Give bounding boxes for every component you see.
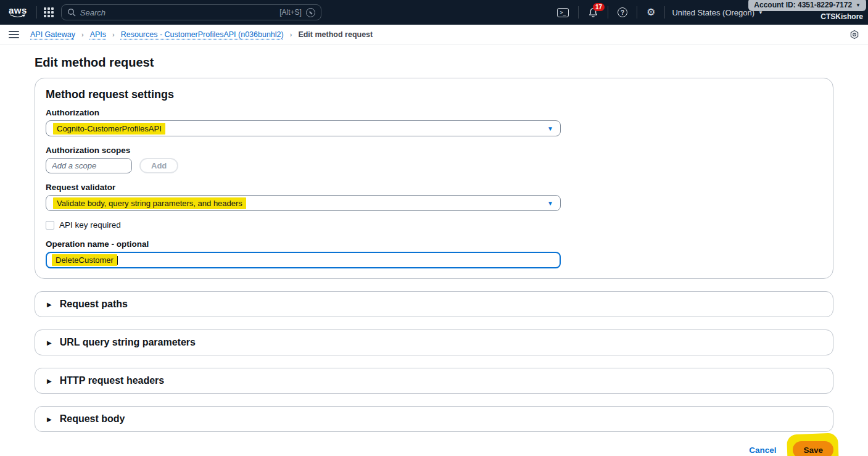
gear-icon: ⚙ [647,7,655,17]
region-label: United States (Oregon) [672,8,754,17]
search-placeholder: Search [80,8,275,17]
terminal-icon: >_ [557,8,569,17]
request-validator-field: Request validator Validate body, query s… [46,183,822,211]
authorization-scopes-field: Authorization scopes Add [46,146,822,173]
section-title: Request body [60,413,125,425]
section-request-paths[interactable]: ▶ Request paths [35,291,833,317]
menu-icon[interactable] [9,31,19,38]
breadcrumb-bar: API Gateway › APIs › Resources - Custome… [0,25,868,44]
account-username: CTSKishore [820,12,863,21]
divider [36,6,37,19]
aws-logo[interactable]: aws [9,6,27,19]
save-button[interactable]: Save [793,441,833,456]
breadcrumb: API Gateway › APIs › Resources - Custome… [30,30,373,39]
divider [637,6,637,19]
cloudshell-button[interactable]: >_ [555,8,571,17]
account-id-chip[interactable]: Account ID: 4351-8229-7172 ▼ [748,0,866,11]
account-id-label: Account ID: 4351-8229-7172 [754,1,852,9]
request-validator-label: Request validator [46,183,822,192]
divider [664,6,665,19]
settings-button[interactable]: ⚙ [644,7,658,17]
api-key-required-row: API key required [46,220,822,230]
section-title: Request paths [60,299,128,310]
breadcrumb-link-api-gateway[interactable]: API Gateway [30,30,75,39]
top-navigation-bar: aws Search [Alt+S] >_ 17 ? [0,0,868,25]
topbar-right-cluster: >_ 17 ? ⚙ United States (Oregon) ▼ [555,6,763,19]
chevron-right-icon: › [112,31,115,38]
info-panel-button[interactable] [849,30,859,39]
services-grid-icon[interactable] [44,7,54,17]
chevron-right-icon: › [81,31,84,38]
section-title: HTTP request headers [60,375,165,386]
notifications-button[interactable]: 17 [585,7,601,18]
search-input[interactable]: Search [Alt+S] [61,4,321,20]
method-request-settings-card: Method request settings Authorization Co… [35,78,833,279]
card-title: Method request settings [46,88,822,101]
request-validator-selected-value: Validate body, query string parameters, … [53,197,246,209]
search-assistant-icon [306,8,315,17]
breadcrumb-current: Edit method request [298,30,373,39]
chevron-down-icon: ▼ [856,2,861,8]
search-shortcut: [Alt+S] [279,8,302,17]
divider [608,6,608,19]
help-icon: ? [618,7,627,17]
aws-smile [10,14,26,19]
hexagon-icon [849,30,859,39]
page-title: Edit method request [35,56,833,70]
caret-right-icon: ▶ [47,378,52,384]
caret-right-icon: ▶ [47,416,52,423]
authorization-label: Authorization [46,108,822,117]
section-title: URL query string parameters [60,337,196,348]
notification-badge: 17 [593,3,605,11]
authorization-scopes-label: Authorization scopes [46,146,822,155]
divider [578,6,579,19]
section-http-request-headers[interactable]: ▶ HTTP request headers [35,368,833,394]
operation-name-field: Operation name - optional DeleteCustomer [46,239,822,268]
caret-right-icon: ▶ [47,301,52,308]
authorization-field: Authorization Cognito-CustomerProfilesAP… [46,108,822,136]
section-url-query-string-parameters[interactable]: ▶ URL query string parameters [35,330,833,355]
operation-name-value: DeleteCustomer [52,254,117,266]
chevron-down-icon: ▼ [547,125,553,132]
scope-input[interactable] [46,158,132,173]
authorization-selected-value: Cognito-CustomerProfilesAPI [53,123,165,135]
search-icon [67,8,76,17]
section-request-body[interactable]: ▶ Request body [35,406,833,432]
authorization-select[interactable]: Cognito-CustomerProfilesAPI ▼ [46,120,561,136]
breadcrumb-link-apis[interactable]: APIs [90,30,106,39]
chevron-right-icon: › [290,31,292,38]
main-content: Edit method request Method request setti… [0,56,868,456]
operation-name-input[interactable]: DeleteCustomer [46,252,561,268]
operation-name-label: Operation name - optional [46,239,822,249]
add-scope-button[interactable]: Add [139,158,178,173]
api-key-required-label: API key required [59,220,121,230]
cancel-button[interactable]: Cancel [749,446,776,455]
help-button[interactable]: ? [615,7,630,17]
text-cursor [117,256,118,265]
caret-right-icon: ▶ [47,339,52,346]
chevron-down-icon: ▼ [547,200,553,207]
api-key-required-checkbox[interactable] [46,221,54,230]
breadcrumb-link-resources[interactable]: Resources - CustomerProfilesAPI (n036bun… [121,30,284,39]
request-validator-select[interactable]: Validate body, query string parameters, … [46,195,561,211]
form-actions: Cancel Save [35,441,833,456]
